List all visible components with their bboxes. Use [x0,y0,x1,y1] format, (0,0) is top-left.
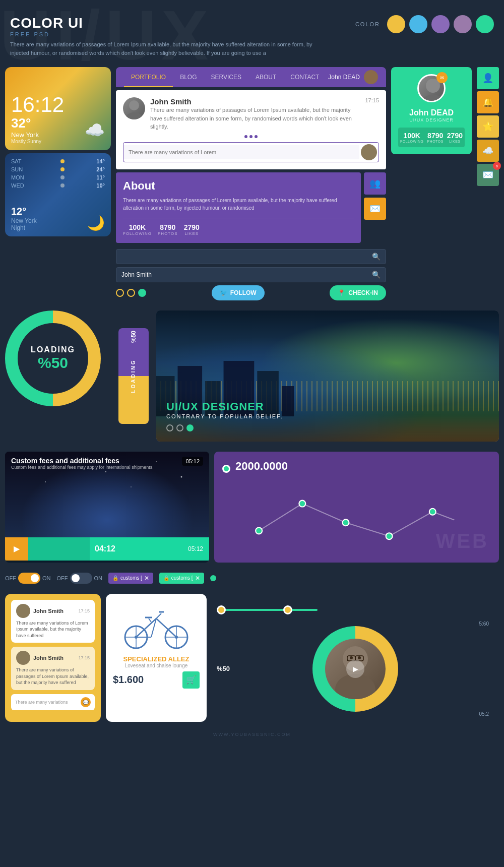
about-row: About There are many variations of passa… [116,172,386,243]
designer-subtitle: CONTRARY TO POPULAR BELIEF. [166,413,489,419]
forecast-day-2: SUN [11,166,29,172]
night-label: Night [11,224,37,231]
video-subtitle: Custom fees and additional fees may appl… [11,465,154,470]
svg-point-13 [156,461,157,462]
jd-photos-num: 8790 [427,132,443,140]
web-watermark: WEB [436,530,489,552]
pin-icon: 📍 [338,289,345,296]
sidebar-mail-icon[interactable]: 6 ✉️ [477,164,499,186]
email-badge: ✉ [436,72,448,83]
search-input-2[interactable] [121,271,368,278]
chart-point-indicator [222,465,230,473]
nav-item-about[interactable]: ABOUT [248,67,283,87]
lock-icon-2: 🔒 [163,575,169,581]
jd-stat-likes: 2790 LIKES [447,132,463,143]
jd-following-label: FOLLOWING [400,140,424,143]
svg-point-35 [350,656,353,659]
slide-dot-1[interactable] [166,424,173,431]
pie-play-button[interactable]: ▶ [346,660,364,678]
follow-button[interactable]: 🐦 FOLLOW [212,285,265,300]
mail-icon-btn[interactable]: ✉️ [364,198,386,220]
section-loading-image: LOADING %50 %50 LOADING UI/UX DESIGNER C… [0,305,504,447]
product-card: SPECIALIZED ALLEZ Loveseat and chaise lo… [106,594,207,722]
pie-chart: ▶ [312,626,398,712]
nav-item-blog[interactable]: BLOG [173,67,204,87]
loading-text: LOADING [31,345,75,354]
product-image [121,601,192,651]
pie-section: %50 [212,621,499,717]
chat-send-button[interactable]: 💬 [81,697,91,707]
about-icons-col: 👥 ✉️ [364,172,386,243]
weather-day-card: 16:12 32° New York Mostly Sunny ☁️ [5,67,111,150]
tag-close-1[interactable]: ✕ [144,575,149,582]
weather-city: New York [11,131,41,139]
search-bar-filled: 🔍 [116,267,386,282]
range-slider-section [212,599,499,621]
product-desc: Loveseat and chaise lounge [125,663,188,668]
svg-line-29 [156,613,161,618]
nav-item-contact[interactable]: CONTACT [283,67,326,87]
svg-point-15 [45,481,46,482]
slide-dot-2[interactable] [176,424,183,431]
toggle-1[interactable] [18,573,40,584]
forecast-day-4: WED [11,182,29,189]
tag-text-2: customs [ [171,575,193,581]
message-input-row [123,142,379,162]
search-input-1[interactable] [121,253,368,260]
checkin-button[interactable]: 📍 CHECK-IN [330,285,386,300]
people-icon-btn[interactable]: 👥 [364,172,386,195]
stat-following-num: 100K [123,223,152,231]
dot-2 [127,289,135,297]
slide-dot-3[interactable] [186,424,194,431]
chat-avatar-1 [16,604,30,618]
stat-photos-label: PHOTOS [158,231,178,236]
toggle-2[interactable] [70,573,92,584]
chat-input-area: There are many variations 💬 [11,694,95,710]
tag-customs-2: 🔒 customs [ ✕ [159,573,204,584]
play-button[interactable]: ▶ [5,537,28,561]
chart-value: 2000.0000 [235,460,288,473]
range-thumb-right[interactable] [283,605,292,614]
weather-night-card: SAT 14° SUN 24° MON 11° WED 10° [5,153,111,236]
sidebar-bell-icon[interactable]: 🔔 [477,91,499,113]
dot-3-filled [138,289,146,297]
range-thumb-left[interactable] [217,605,226,614]
loading-circle-inner: LOADING %50 [18,323,88,394]
designer-title: UI/UX DESIGNER [166,400,489,413]
loading-circle: LOADING %50 [5,311,101,406]
weather-column: 16:12 32° New York Mostly Sunny ☁️ SAT 1… [5,67,111,300]
tag-close-2[interactable]: ✕ [195,575,200,582]
loading-bar-label: LOADING [131,359,137,393]
total-time: 05:12 [182,545,209,552]
chart-card: 2000.0000 WEB [214,452,499,563]
mail-badge: 6 [493,162,501,170]
nav-item-services[interactable]: SERVICES [204,67,248,87]
jd-likes-num: 2790 [447,132,463,140]
svg-point-1 [126,112,142,119]
video-title-overlay: Custom fees and additional fees Custom f… [11,457,154,470]
current-time: 04:12 [95,544,115,553]
toggle-label-on-1: ON [42,575,51,581]
product-name: SPECIALIZED ALLEZ [123,655,190,663]
watermark: WWW.YOUBASESNIC.COM [0,727,504,742]
sidebar-person-icon[interactable]: 👤 [477,67,499,89]
forecast-day-1: SAT [11,158,29,164]
chat-time-2: 17:15 [78,655,90,660]
jd-stat-photos: 8790 PHOTOS [427,132,443,143]
message-avatar [123,97,145,119]
sidebar-cloud-icon[interactable]: ☁️ [477,140,499,162]
nav-item-portfolio[interactable]: PORTFOLIO [124,67,173,87]
chart-point-3 [343,519,349,526]
social-column: ✉ John DEAD UI/UX DESIGNER 100K FOLLOWIN… [391,67,472,300]
search-bar-empty: 🔍 [116,249,386,264]
range-track[interactable] [217,609,318,611]
forecast-sat: SAT 14° [11,158,105,164]
loading-bar-wrapper: %50 LOADING [116,311,151,442]
progress-track[interactable]: 04:12 [28,537,182,561]
chat-text-2: There are many variations of passages of… [16,667,90,686]
sidebar-star-icon[interactable]: ⭐ [477,115,499,138]
video-card: Custom fees and additional fees Custom f… [5,452,209,563]
add-to-cart-button[interactable]: 🛒 [182,671,200,689]
message-input[interactable] [123,145,359,159]
chat-input-text: There are many variations [15,700,68,705]
